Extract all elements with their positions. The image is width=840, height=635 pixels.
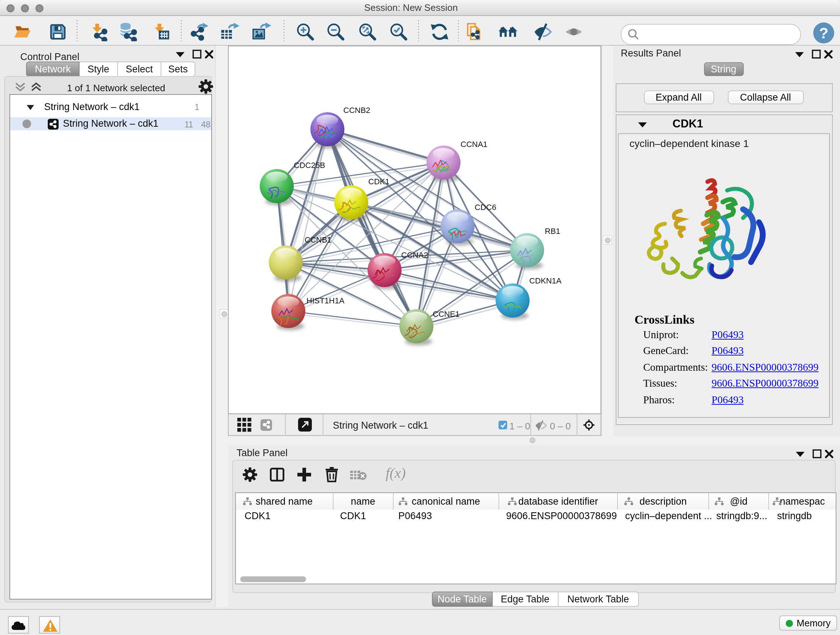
svg-text:RB1: RB1	[545, 226, 561, 236]
svg-text:CCNA2: CCNA2	[401, 250, 428, 260]
svg-text:CCNE1: CCNE1	[433, 310, 460, 318]
svg-text:CDK1: CDK1	[368, 177, 390, 186]
svg-text:CDC25B: CDC25B	[294, 161, 325, 170]
svg-text:CCNB1: CCNB1	[305, 235, 332, 244]
svg-text:CDKN1A: CDKN1A	[529, 276, 562, 285]
svg-text:CDC6: CDC6	[475, 203, 496, 212]
svg-text:CCNA1: CCNA1	[461, 140, 488, 149]
svg-text:HIST1H1A: HIST1H1A	[306, 296, 344, 305]
svg-text:CCNB2: CCNB2	[343, 106, 370, 115]
